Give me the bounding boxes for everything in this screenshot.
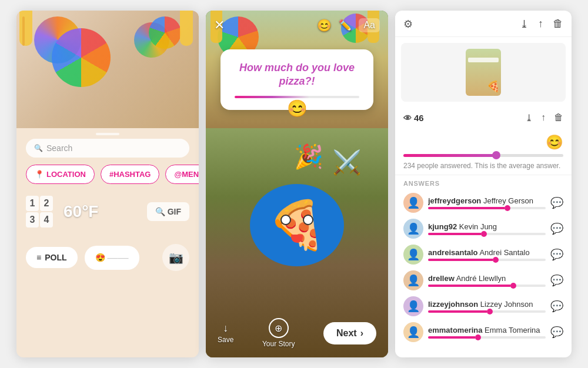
search-icon: 🔍 (34, 144, 43, 152)
answer-slider-track (428, 207, 546, 209)
close-icon[interactable]: ✕ (214, 18, 225, 33)
message-icon[interactable]: 💬 (550, 300, 563, 313)
countdown-sticker[interactable]: 1 2 3 4 (26, 196, 53, 228)
answer-avatar: 👤 (403, 322, 423, 342)
mention-label: @MENTION (174, 170, 199, 179)
tag-stickers-row: 📍 LOCATION #HASHTAG @MENTION (26, 165, 189, 184)
eye-icon: 👁 (403, 113, 412, 123)
pizza-eyes (280, 215, 313, 225)
utility-stickers-row: 1 2 3 4 60°F 🔍 GIF (26, 191, 189, 232)
result-slider-thumb (492, 151, 500, 159)
story-thumbnail[interactable]: 🍕 (466, 49, 501, 96)
sticker-search-bar[interactable]: 🔍 Search (26, 139, 189, 158)
answer-slider-track (428, 336, 546, 339)
answer-item: 👤 drellew André Llewllyn 💬 (403, 270, 563, 290)
answer-slider-track (428, 310, 546, 313)
download-icon[interactable]: ⤓ (520, 18, 529, 31)
slider-emoji: 😍 (95, 253, 105, 262)
story-editor-top-bar: ✕ 😊 ✏️ Aa (206, 11, 388, 38)
answer-slider-dot (481, 231, 487, 237)
result-description-text: 234 people answered. This is the average… (403, 162, 563, 170)
story-bottom-bar: ↓ Save ⊕ Your Story Next › (206, 311, 388, 357)
pizza-character: 🍕 🎉 ⚔️ (238, 137, 356, 272)
poll-sticker[interactable]: ≡ POLL (26, 247, 78, 268)
delete-icon[interactable]: 🗑 (553, 18, 563, 31)
question-slider-card[interactable]: How much do you love pizza?! 😊 (220, 49, 373, 110)
mention-sticker[interactable]: @MENTION (165, 165, 199, 184)
search-mini-icon: 🔍 (155, 207, 165, 216)
pizza-plate: 🍕 (250, 184, 344, 266)
interactive-stickers-row: ≡ POLL 😍 —— 📷 (26, 244, 189, 271)
answer-slider-track (428, 233, 546, 235)
your-story-label: Your Story (262, 340, 295, 348)
story-thumbnail-area: 🍕 (401, 43, 566, 102)
answers-container: 👤 jeffreydgerson Jeffrey Gerson 💬 👤 kjun… (403, 193, 563, 342)
pen-icon[interactable]: ✏️ (339, 19, 352, 32)
message-icon[interactable]: 💬 (550, 222, 563, 235)
share-icon[interactable]: ↑ (538, 18, 543, 31)
story-stats-bar: 👁 46 ⤓ ↑ 🗑 (395, 108, 572, 128)
media-actions: ⤓ ↑ 🗑 (525, 112, 563, 123)
trash-icon[interactable]: 🗑 (554, 112, 563, 123)
message-icon[interactable]: 💬 (550, 248, 563, 261)
plus-circle-icon: ⊕ (269, 318, 289, 338)
your-story-button[interactable]: ⊕ Your Story (262, 318, 295, 348)
emoji-slider-sticker[interactable]: 😍 —— (85, 246, 139, 270)
answer-info: andreisantalo Andrei Santalo (428, 248, 546, 261)
slider-emoji-indicator: 😊 (287, 99, 308, 118)
answer-slider-dot (510, 283, 516, 289)
message-icon[interactable]: 💬 (550, 274, 563, 287)
answer-names: lizzeyjohnson Lizzey Johnson (428, 300, 546, 309)
views-number: 46 (414, 113, 424, 123)
answer-info: emmatomerina Emma Tomerina (428, 326, 546, 339)
answer-info: drellew André Llewllyn (428, 274, 546, 287)
answers-list-section: ANSWERS 👤 jeffreydgerson Jeffrey Gerson … (395, 175, 572, 357)
answer-display-name: Lizzey Johnson (480, 300, 533, 309)
message-icon[interactable]: 💬 (550, 196, 563, 209)
message-icon[interactable]: 💬 (550, 326, 563, 339)
drag-handle (96, 133, 119, 135)
answer-display-name: André Llewllyn (456, 274, 506, 283)
answer-avatar: 👤 (403, 296, 423, 316)
answer-slider-dot (475, 334, 481, 340)
temperature-sticker[interactable]: 60°F (64, 202, 98, 221)
gif-sticker[interactable]: 🔍 GIF (147, 202, 189, 221)
answer-info: jeffreydgerson Jeffrey Gerson (428, 196, 546, 209)
answer-item: 👤 jeffreydgerson Jeffrey Gerson 💬 (403, 193, 563, 213)
slider-track[interactable] (235, 96, 359, 98)
answer-username: kjung92 (428, 222, 457, 231)
answer-avatar: 👤 (403, 245, 423, 265)
save-button[interactable]: ↓ Save (218, 322, 233, 344)
answer-item: 👤 lizzeyjohnson Lizzey Johnson 💬 (403, 296, 563, 316)
answer-names: kjung92 Kevin Jung (428, 222, 546, 231)
text-icon[interactable]: Aa (359, 18, 380, 32)
camera-sticker[interactable]: 📷 (162, 244, 189, 271)
location-sticker[interactable]: 📍 LOCATION (26, 165, 95, 184)
share-story-icon[interactable]: ↑ (541, 112, 546, 123)
slider-dash-icon: —— (108, 252, 129, 264)
story-editor-panel: ✕ 😊 ✏️ Aa How much do you love pizza?! 😊… (206, 11, 388, 357)
answer-item: 👤 andreisantalo Andrei Santalo 💬 (403, 245, 563, 265)
mug-character: ⚔️ (332, 149, 362, 176)
save-media-icon[interactable]: ⤓ (525, 112, 533, 123)
poll-result-area: 😊 234 people answered. This is the avera… (395, 128, 572, 175)
search-placeholder-text: Search (46, 143, 72, 153)
answer-slider-track (428, 285, 546, 287)
answer-username: emmatomerina (428, 326, 482, 334)
poll-icon: ≡ (36, 253, 41, 262)
answer-info: lizzeyjohnson Lizzey Johnson (428, 300, 546, 313)
answer-display-name: Andrei Santalo (479, 248, 529, 257)
emoji-face-icon[interactable]: 😊 (317, 18, 332, 32)
editor-tools: 😊 ✏️ Aa (317, 18, 380, 32)
pizza-character-area: 🍕 🎉 ⚔️ (238, 137, 356, 272)
next-button[interactable]: Next › (323, 322, 376, 344)
story-content-area: How much do you love pizza?! 😊 🍕 (206, 38, 388, 311)
hashtag-sticker[interactable]: #HASHTAG (101, 165, 160, 184)
digit-4: 4 (40, 212, 53, 228)
answer-username: lizzeyjohnson (428, 300, 478, 309)
location-pin-icon: 📍 (35, 170, 44, 179)
answer-avatar: 👤 (403, 270, 423, 290)
answer-slider-track (428, 259, 546, 261)
settings-icon[interactable]: ⚙ (403, 18, 413, 31)
analytics-header: ⚙ ⤓ ↑ 🗑 (395, 11, 572, 37)
